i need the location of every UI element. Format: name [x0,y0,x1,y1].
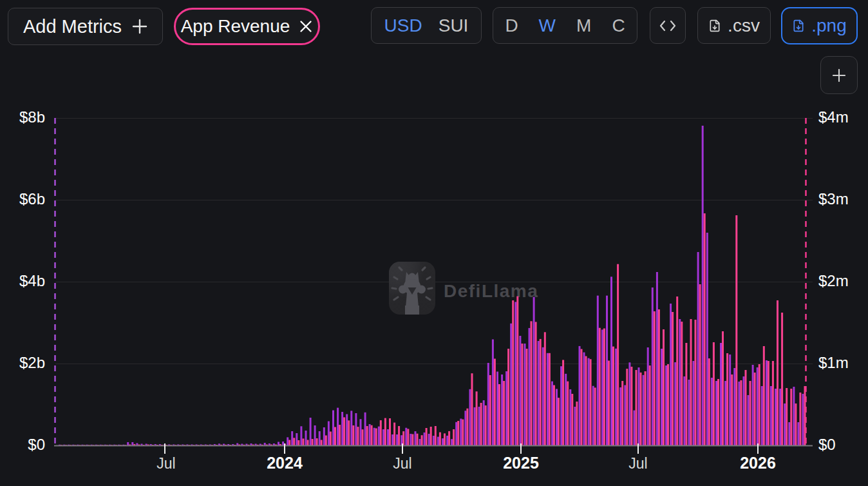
svg-text:$0: $0 [818,436,836,453]
svg-text:2025: 2025 [503,454,539,472]
svg-text:$2b: $2b [19,354,45,371]
svg-text:Jul: Jul [628,455,647,472]
svg-text:2026: 2026 [740,454,776,472]
svg-text:$1m: $1m [818,354,849,371]
svg-text:Jul: Jul [156,455,175,472]
svg-text:$4m: $4m [818,108,849,126]
svg-text:$4b: $4b [19,272,45,289]
svg-text:DefiLlama: DefiLlama [444,281,538,301]
svg-text:$0: $0 [28,436,45,453]
svg-text:$2m: $2m [818,272,849,289]
svg-text:$3m: $3m [818,190,849,208]
svg-text:2024: 2024 [267,454,303,472]
svg-text:$8b: $8b [19,108,45,126]
svg-text:$6b: $6b [19,190,45,208]
svg-text:Jul: Jul [393,455,411,472]
